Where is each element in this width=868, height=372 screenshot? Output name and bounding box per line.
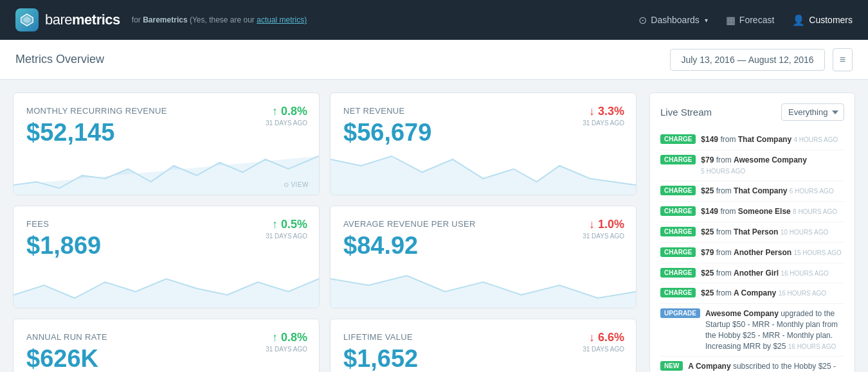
stream-from-label: from [720, 135, 737, 144]
navbar: baremetrics for Baremetrics (Yes, these … [0, 0, 868, 40]
metric-ago-mrr: 31 DAYS AGO [266, 120, 307, 127]
stream-time: 8 HOURS AGO [793, 208, 837, 215]
stream-text: $79 from Another Person 15 HOURS AGO [701, 247, 842, 258]
dashboard-icon: ⊙ [638, 14, 647, 26]
stream-from-label: from [716, 155, 734, 164]
stream-from-label: from [716, 248, 734, 257]
charge-badge: CHARGE [660, 186, 696, 195]
header-bar: Metrics Overview July 13, 2016 — August … [0, 40, 868, 80]
metric-card-lifetime-value: Lifetime Value $1,652 ↓ 6.6% 31 DAYS AGO [330, 319, 637, 372]
stream-text: A Company subscribed to the Hobby $25 - … [688, 361, 844, 372]
stream-company: Awesome Company [734, 155, 807, 164]
stream-amount: $149 [701, 135, 718, 144]
nav-dashboards-label: Dashboards [651, 15, 700, 25]
charge-badge: CHARGE [660, 206, 696, 216]
logo-icon[interactable] [15, 8, 39, 31]
navbar-left: baremetrics for Baremetrics (Yes, these … [15, 8, 307, 31]
stream-from-label: from [716, 227, 734, 236]
stream-text: $25 from That Person 10 HOURS AGO [701, 227, 828, 238]
stream-amount: $79 [701, 155, 714, 164]
stream-time: 5 HOURS AGO [701, 168, 745, 175]
stream-text: $79 from Awesome Company 5 HOURS AGO [701, 155, 844, 177]
svg-marker-4 [14, 279, 319, 308]
stream-text: $25 from That Company 6 HOURS AGO [701, 186, 833, 197]
stream-time: 10 HOURS AGO [781, 229, 828, 236]
stream-text: Awesome Company upgraded to the Startup … [705, 308, 844, 351]
metric-value-lifetime-value: $1,652 [343, 346, 623, 372]
metric-change-annual-run-rate: ↑ 0.8% [266, 331, 307, 344]
stream-item: CHARGE $25 from A Company 16 HOURS AGO [660, 283, 844, 304]
live-stream-header: Live Stream Everything Charges Upgrades … [660, 103, 844, 121]
stream-items-list: CHARGE $149 from That Company 4 HOURS AG… [660, 130, 844, 372]
page-title: Metrics Overview [15, 53, 104, 66]
stream-text: $149 from Someone Else 8 HOURS AGO [701, 206, 837, 217]
nav-customers-label: Customers [809, 15, 853, 25]
metric-chart-arpu [330, 260, 636, 308]
live-stream-panel: Live Stream Everything Charges Upgrades … [649, 93, 855, 372]
metric-ago-net-revenue: 31 DAYS AGO [583, 120, 624, 127]
stream-text: $25 from A Company 16 HOURS AGO [701, 288, 826, 299]
stream-company: That Person [734, 227, 778, 236]
stream-time: 6 HOURS AGO [790, 188, 834, 195]
nav-item-customers[interactable]: 👤 Customers [792, 14, 853, 26]
metric-card-mrr: Monthly Recurring Revenue $52,145 ↑ 0.8%… [13, 93, 320, 195]
stream-item: CHARGE $25 from That Person 10 HOURS AGO [660, 222, 844, 243]
metric-badge-annual-run-rate: ↑ 0.8% 31 DAYS AGO [266, 331, 307, 353]
stream-amount: $149 [701, 207, 718, 216]
charge-badge: CHARGE [660, 134, 696, 144]
metric-title-annual-run-rate: Annual Run Rate [26, 332, 306, 342]
stream-text: $25 from Another Girl 16 HOURS AGO [701, 268, 829, 279]
metrics-grid: Monthly Recurring Revenue $52,145 ↑ 0.8%… [13, 93, 637, 372]
metric-change-net-revenue: ↓ 3.3% [583, 105, 624, 118]
metric-title-fees: Fees [26, 219, 306, 229]
charge-badge: CHARGE [660, 155, 696, 164]
charge-badge: CHARGE [660, 288, 696, 297]
charge-badge: CHARGE [660, 227, 696, 236]
stream-text: $149 from That Company 4 HOURS AGO [701, 134, 838, 145]
date-range-selector[interactable]: July 13, 2016 — August 12, 2016 [670, 49, 824, 71]
chevron-down-icon: ▾ [705, 17, 708, 24]
nav-item-dashboards[interactable]: ⊙ Dashboards ▾ [638, 14, 708, 26]
stream-item: NEW A Company subscribed to the Hobby $2… [660, 357, 844, 372]
header-right: July 13, 2016 — August 12, 2016 ≡ [670, 48, 853, 71]
stream-time: 16 HOURS AGO [788, 343, 836, 350]
stream-item: UPGRADE Awesome Company upgraded to the … [660, 304, 844, 357]
nav-item-forecast[interactable]: ▦ Forecast [726, 14, 774, 26]
metric-ago-arpu: 31 DAYS AGO [583, 233, 624, 240]
stream-company: Another Person [734, 248, 791, 257]
stream-time: 15 HOURS AGO [793, 249, 841, 256]
metric-change-mrr: ↑ 0.8% [266, 105, 307, 118]
charge-badge: CHARGE [660, 247, 696, 257]
metric-card-net-revenue: Net Revenue $56,679 ↓ 3.3% 31 DAYS AGO [330, 93, 637, 195]
metric-ago-lifetime-value: 31 DAYS AGO [583, 346, 624, 353]
metric-title-mrr: Monthly Recurring Revenue [26, 106, 306, 116]
stream-amount: $25 [701, 288, 714, 297]
live-stream-filter[interactable]: Everything Charges Upgrades New [781, 103, 844, 121]
metric-chart-net-revenue [330, 146, 636, 195]
stream-company: A Company [688, 362, 730, 371]
metric-title-arpu: Average Revenue Per User [343, 219, 623, 229]
stream-from-label: from [716, 269, 734, 278]
metric-card-annual-run-rate: Annual Run Rate $626K ↑ 0.8% 31 DAYS AGO [13, 319, 320, 372]
metric-chart-fees [14, 260, 319, 308]
stream-time: 4 HOURS AGO [793, 136, 838, 143]
stream-company: That Company [738, 135, 791, 144]
stream-item: CHARGE $149 from That Company 4 HOURS AG… [660, 130, 844, 150]
stream-amount: $25 [701, 186, 714, 195]
stream-from-label: from [716, 288, 734, 297]
stream-from-label: from [720, 207, 737, 216]
stream-company: Awesome Company [705, 309, 779, 318]
metric-badge-net-revenue: ↓ 3.3% 31 DAYS AGO [583, 105, 624, 127]
metric-card-arpu: Average Revenue Per User $84.92 ↓ 1.0% 3… [330, 206, 637, 308]
metric-change-lifetime-value: ↓ 6.6% [583, 331, 624, 344]
metric-title-lifetime-value: Lifetime Value [343, 332, 623, 342]
metric-value-fees: $1,869 [26, 233, 306, 260]
navbar-right: ⊙ Dashboards ▾ ▦ Forecast 👤 Customers [638, 14, 853, 26]
menu-icon-button[interactable]: ≡ [833, 48, 853, 71]
metric-change-fees: ↑ 0.5% [266, 218, 307, 231]
customers-icon: 👤 [792, 14, 805, 26]
svg-marker-5 [330, 276, 636, 308]
metric-value-net-revenue: $56,679 [343, 120, 623, 146]
metric-change-arpu: ↓ 1.0% [583, 218, 624, 231]
metric-title-net-revenue: Net Revenue [343, 106, 623, 116]
